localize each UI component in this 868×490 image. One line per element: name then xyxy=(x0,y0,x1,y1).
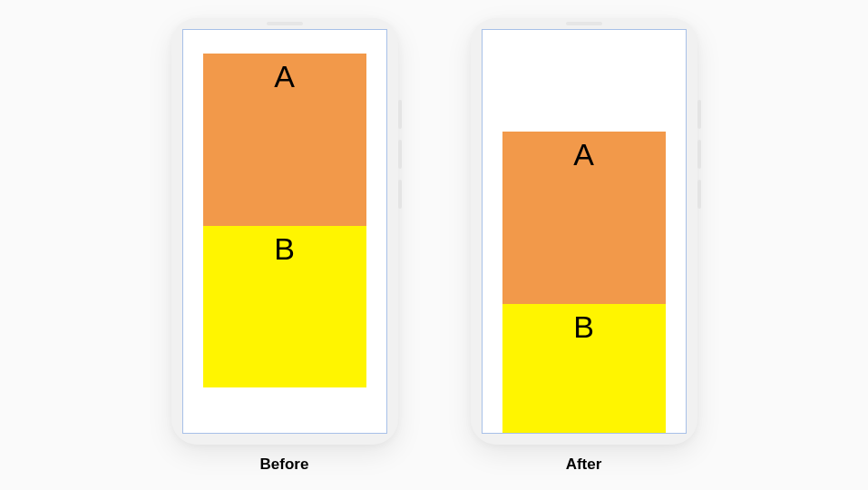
caption-before: Before xyxy=(260,456,309,474)
box-a-before: A xyxy=(203,54,366,226)
box-a-after: A xyxy=(502,132,666,304)
after-phone-column: A B After xyxy=(471,18,697,474)
phone-side-buttons xyxy=(398,100,402,209)
phone-screen-after: A B xyxy=(482,29,687,434)
box-b-before: B xyxy=(203,226,366,387)
phone-screen-before: A B xyxy=(182,29,387,434)
box-b-after: B xyxy=(502,304,666,434)
before-phone-column: A B Before xyxy=(171,18,398,474)
phone-frame-before: A B xyxy=(171,18,398,445)
phone-side-buttons xyxy=(697,100,701,209)
phone-frame-after: A B xyxy=(471,18,697,445)
caption-after: After xyxy=(566,456,602,474)
